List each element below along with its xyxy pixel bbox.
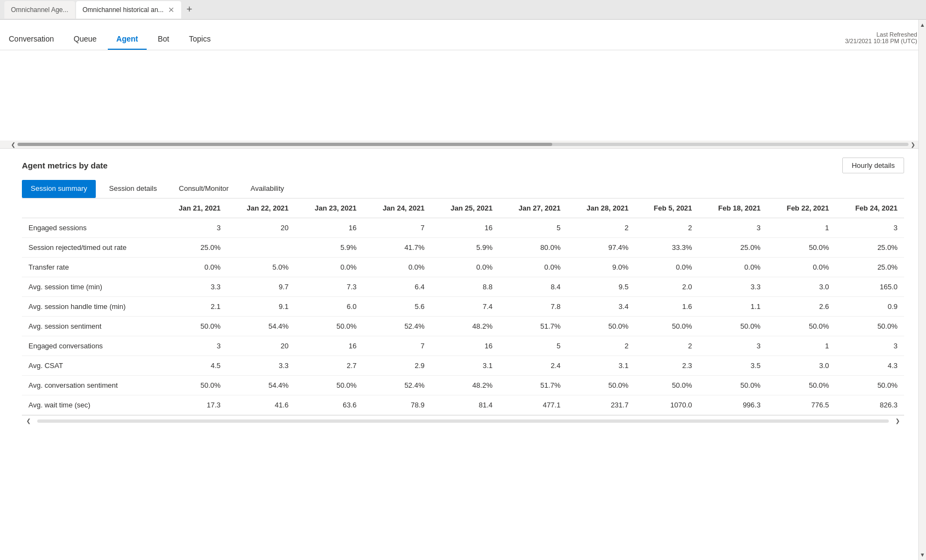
column-header-Jan-22--2021: Jan 22, 2021 [227, 199, 295, 218]
row-label: Transfer rate [22, 258, 159, 277]
table-container[interactable]: Jan 21, 2021Jan 22, 2021Jan 23, 2021Jan … [22, 199, 904, 415]
last-refreshed: Last Refreshed 3/21/2021 10:18 PM (UTC) [845, 31, 917, 44]
row-value: 7 [363, 218, 431, 238]
row-value: 8.8 [431, 277, 499, 297]
nav-bot[interactable]: Bot [149, 34, 178, 50]
tab-omnichannel-agent[interactable]: Omnichannel Age... [4, 1, 75, 19]
right-scroll-down-icon[interactable]: ▼ [920, 552, 925, 558]
row-value: 78.9 [363, 395, 431, 415]
table-row: Avg. wait time (sec)17.341.663.678.981.4… [22, 395, 904, 415]
column-header-Jan-24--2021: Jan 24, 2021 [363, 199, 431, 218]
chart-area: ❮ ❯ [0, 50, 926, 149]
nav-conversation[interactable]: Conversation [9, 34, 63, 50]
table-row: Avg. session handle time (min)2.19.16.05… [22, 297, 904, 317]
row-label: Engaged sessions [22, 218, 159, 238]
row-value: 2.7 [295, 356, 363, 376]
column-header-Jan-25--2021: Jan 25, 2021 [431, 199, 499, 218]
column-header-Feb-22--2021: Feb 22, 2021 [767, 199, 836, 218]
row-value: 9.7 [227, 277, 295, 297]
row-value: 7.3 [295, 277, 363, 297]
tab-omnichannel-historical[interactable]: Omnichannel historical an... ✕ [76, 1, 181, 19]
row-value: 50.0% [295, 317, 363, 336]
row-value: 2.4 [499, 356, 567, 376]
close-tab-icon[interactable]: ✕ [168, 5, 175, 14]
right-scroll-up-icon[interactable]: ▲ [920, 22, 925, 28]
row-value: 25.0% [159, 238, 227, 258]
row-value: 3.3 [227, 356, 295, 376]
hourly-details-button[interactable]: Hourly details [842, 158, 904, 173]
table-row: Avg. session sentiment50.0%54.4%50.0%52.… [22, 317, 904, 336]
row-value: 0.0% [295, 258, 363, 277]
row-value: 0.9 [836, 297, 904, 317]
nav-queue[interactable]: Queue [65, 34, 106, 50]
row-value: 0.0% [431, 258, 499, 277]
nav-agent[interactable]: Agent [108, 34, 147, 50]
row-value: 50.0% [567, 317, 635, 336]
row-value: 3 [699, 336, 767, 356]
sub-tab-session-details[interactable]: Session details [100, 180, 165, 198]
row-value: 2 [567, 218, 635, 238]
row-value: 9.0% [567, 258, 635, 277]
table-row: Transfer rate0.0%5.0%0.0%0.0%0.0%0.0%9.0… [22, 258, 904, 277]
row-value: 33.3% [635, 238, 698, 258]
add-tab-button[interactable]: + [182, 4, 197, 15]
row-value: 41.7% [363, 238, 431, 258]
row-value: 97.4% [567, 238, 635, 258]
row-value: 50.0% [159, 317, 227, 336]
row-value: 0.0% [767, 258, 836, 277]
row-value: 5.6 [363, 297, 431, 317]
row-value: 1.1 [699, 297, 767, 317]
section-title: Agent metrics by date [22, 161, 108, 170]
column-header-Jan-23--2021: Jan 23, 2021 [295, 199, 363, 218]
row-value: 50.0% [699, 317, 767, 336]
row-value: 25.0% [836, 258, 904, 277]
table-row: Avg. conversation sentiment50.0%54.4%50.… [22, 376, 904, 395]
row-value: 51.7% [499, 317, 567, 336]
column-header-Feb-5--2021: Feb 5, 2021 [635, 199, 698, 218]
scroll-left-icon[interactable]: ❮ [11, 142, 15, 148]
row-value: 51.7% [499, 376, 567, 395]
row-value: 17.3 [159, 395, 227, 415]
sub-tab-session-summary[interactable]: Session summary [22, 180, 96, 198]
row-value: 2.0 [635, 277, 698, 297]
row-value: 1070.0 [635, 395, 698, 415]
row-label: Avg. CSAT [22, 356, 159, 376]
row-value: 3 [159, 218, 227, 238]
row-value: 2.9 [363, 356, 431, 376]
row-value: 48.2% [431, 376, 499, 395]
row-value: 41.6 [227, 395, 295, 415]
row-value: 1.6 [635, 297, 698, 317]
row-value: 54.4% [227, 317, 295, 336]
scroll-track[interactable] [18, 143, 908, 146]
row-value: 54.4% [227, 376, 295, 395]
row-value: 0.0% [635, 258, 698, 277]
row-label: Avg. session sentiment [22, 317, 159, 336]
column-header-Feb-24--2021: Feb 24, 2021 [836, 199, 904, 218]
row-label: Avg. conversation sentiment [22, 376, 159, 395]
browser-tabs: Omnichannel Age... Omnichannel historica… [0, 0, 926, 20]
scroll-right-icon[interactable]: ❯ [911, 142, 915, 148]
row-value: 5.9% [295, 238, 363, 258]
row-value: 50.0% [767, 317, 836, 336]
row-value: 16 [431, 218, 499, 238]
nav-topics[interactable]: Topics [180, 34, 219, 50]
row-value: 50.0% [767, 238, 836, 258]
table-scroll-left-icon[interactable]: ❮ [22, 418, 35, 424]
table-scroll-track[interactable] [37, 419, 889, 423]
row-value: 16 [295, 218, 363, 238]
row-value: 477.1 [499, 395, 567, 415]
row-value: 2 [635, 218, 698, 238]
row-value: 50.0% [635, 317, 698, 336]
row-value: 3.0 [767, 277, 836, 297]
table-scroll-right-icon[interactable]: ❯ [891, 418, 904, 424]
row-label: Avg. wait time (sec) [22, 395, 159, 415]
row-label: Avg. session time (min) [22, 277, 159, 297]
row-value: 4.3 [836, 356, 904, 376]
row-value: 3.0 [767, 356, 836, 376]
top-nav: Conversation Queue Agent Bot Topics Last… [0, 20, 926, 50]
sub-tab-availability[interactable]: Availability [242, 180, 293, 198]
row-value: 50.0% [635, 376, 698, 395]
row-value: 80.0% [499, 238, 567, 258]
row-value: 3 [159, 336, 227, 356]
sub-tab-consult-monitor[interactable]: Consult/Monitor [170, 180, 238, 198]
